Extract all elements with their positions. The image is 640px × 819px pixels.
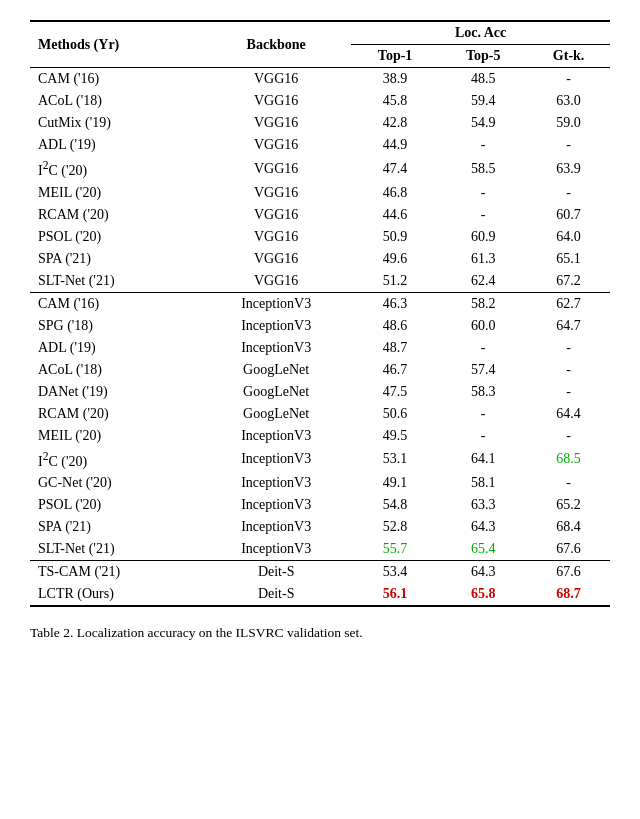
table-row: SPG ('18)InceptionV348.660.064.7: [30, 315, 610, 337]
table-row: CAM ('16)InceptionV346.358.262.7: [30, 292, 610, 315]
table-row: SLT-Net ('21)InceptionV355.765.467.6: [30, 538, 610, 561]
loc-acc-header: Loc. Acc: [351, 21, 610, 45]
top1-cell: 53.4: [351, 561, 439, 584]
top1-cell: 44.6: [351, 204, 439, 226]
backbone-cell: GoogLeNet: [201, 359, 351, 381]
backbone-cell: VGG16: [201, 134, 351, 156]
top5-cell: -: [439, 204, 527, 226]
backbone-cell: Deit-S: [201, 561, 351, 584]
top1-cell: 51.2: [351, 270, 439, 293]
gtk-cell: -: [527, 68, 610, 91]
backbone-cell: InceptionV3: [201, 494, 351, 516]
table-row: DANet ('19)GoogLeNet47.558.3-: [30, 381, 610, 403]
table-row: PSOL ('20)VGG1650.960.964.0: [30, 226, 610, 248]
methods-header: Methods (Yr): [30, 21, 201, 68]
top1-cell: 46.3: [351, 292, 439, 315]
gtk-header: Gt-k.: [527, 45, 610, 68]
backbone-cell: VGG16: [201, 248, 351, 270]
method-cell: CAM ('16): [30, 68, 201, 91]
table-row: ACoL ('18)VGG1645.859.463.0: [30, 90, 610, 112]
gtk-cell: 63.0: [527, 90, 610, 112]
gtk-cell: 65.2: [527, 494, 610, 516]
backbone-cell: VGG16: [201, 90, 351, 112]
method-cell: CutMix ('19): [30, 112, 201, 134]
top5-cell: 58.2: [439, 292, 527, 315]
method-cell: TS-CAM ('21): [30, 561, 201, 584]
top5-cell: 64.3: [439, 561, 527, 584]
top1-cell: 45.8: [351, 90, 439, 112]
backbone-cell: InceptionV3: [201, 516, 351, 538]
top5-cell: 54.9: [439, 112, 527, 134]
gtk-cell: 63.9: [527, 156, 610, 182]
table-row: PSOL ('20)InceptionV354.863.365.2: [30, 494, 610, 516]
backbone-cell: GoogLeNet: [201, 403, 351, 425]
method-cell: SLT-Net ('21): [30, 538, 201, 561]
table-row: MEIL ('20)VGG1646.8--: [30, 182, 610, 204]
gtk-cell: 60.7: [527, 204, 610, 226]
backbone-cell: InceptionV3: [201, 538, 351, 561]
gtk-cell: 68.5: [527, 447, 610, 473]
top1-cell: 47.5: [351, 381, 439, 403]
method-cell: LCTR (Ours): [30, 583, 201, 606]
table-row: SLT-Net ('21)VGG1651.262.467.2: [30, 270, 610, 293]
gtk-cell: 65.1: [527, 248, 610, 270]
top1-cell: 38.9: [351, 68, 439, 91]
top1-cell: 49.6: [351, 248, 439, 270]
top1-header: Top-1: [351, 45, 439, 68]
top5-cell: 58.5: [439, 156, 527, 182]
gtk-cell: -: [527, 337, 610, 359]
top1-cell: 49.1: [351, 472, 439, 494]
results-table: Methods (Yr) Backbone Loc. Acc Top-1 Top…: [30, 20, 610, 607]
method-cell: SPG ('18): [30, 315, 201, 337]
backbone-cell: InceptionV3: [201, 292, 351, 315]
gtk-cell: 62.7: [527, 292, 610, 315]
top1-cell: 55.7: [351, 538, 439, 561]
table-row: SPA ('21)VGG1649.661.365.1: [30, 248, 610, 270]
gtk-cell: 68.7: [527, 583, 610, 606]
top5-cell: 65.8: [439, 583, 527, 606]
method-cell: ACoL ('18): [30, 359, 201, 381]
table-row: MEIL ('20)InceptionV349.5--: [30, 425, 610, 447]
top5-cell: 57.4: [439, 359, 527, 381]
table-row: CutMix ('19)VGG1642.854.959.0: [30, 112, 610, 134]
top5-cell: 48.5: [439, 68, 527, 91]
top5-cell: 65.4: [439, 538, 527, 561]
method-cell: ADL ('19): [30, 134, 201, 156]
gtk-cell: 67.6: [527, 561, 610, 584]
top5-cell: 58.3: [439, 381, 527, 403]
top1-cell: 47.4: [351, 156, 439, 182]
backbone-cell: InceptionV3: [201, 425, 351, 447]
backbone-cell: InceptionV3: [201, 315, 351, 337]
gtk-cell: -: [527, 381, 610, 403]
top5-cell: -: [439, 182, 527, 204]
top5-cell: 64.1: [439, 447, 527, 473]
table-row: ADL ('19)InceptionV348.7--: [30, 337, 610, 359]
backbone-cell: InceptionV3: [201, 337, 351, 359]
table-row: ACoL ('18)GoogLeNet46.757.4-: [30, 359, 610, 381]
backbone-cell: VGG16: [201, 182, 351, 204]
method-cell: ADL ('19): [30, 337, 201, 359]
gtk-cell: -: [527, 134, 610, 156]
top1-cell: 52.8: [351, 516, 439, 538]
method-cell: GC-Net ('20): [30, 472, 201, 494]
gtk-cell: -: [527, 472, 610, 494]
backbone-cell: VGG16: [201, 156, 351, 182]
table-caption: Table 2. Localization accuracy on the IL…: [10, 617, 630, 645]
top5-cell: 60.9: [439, 226, 527, 248]
gtk-cell: -: [527, 425, 610, 447]
method-cell: CAM ('16): [30, 292, 201, 315]
top1-cell: 50.6: [351, 403, 439, 425]
method-cell: SPA ('21): [30, 516, 201, 538]
gtk-cell: 67.2: [527, 270, 610, 293]
backbone-cell: VGG16: [201, 204, 351, 226]
gtk-cell: 64.0: [527, 226, 610, 248]
table-row: RCAM ('20)VGG1644.6-60.7: [30, 204, 610, 226]
backbone-cell: InceptionV3: [201, 447, 351, 473]
gtk-cell: 67.6: [527, 538, 610, 561]
top1-cell: 56.1: [351, 583, 439, 606]
backbone-cell: VGG16: [201, 68, 351, 91]
top1-cell: 44.9: [351, 134, 439, 156]
top1-cell: 53.1: [351, 447, 439, 473]
backbone-header: Backbone: [201, 21, 351, 68]
gtk-cell: -: [527, 182, 610, 204]
